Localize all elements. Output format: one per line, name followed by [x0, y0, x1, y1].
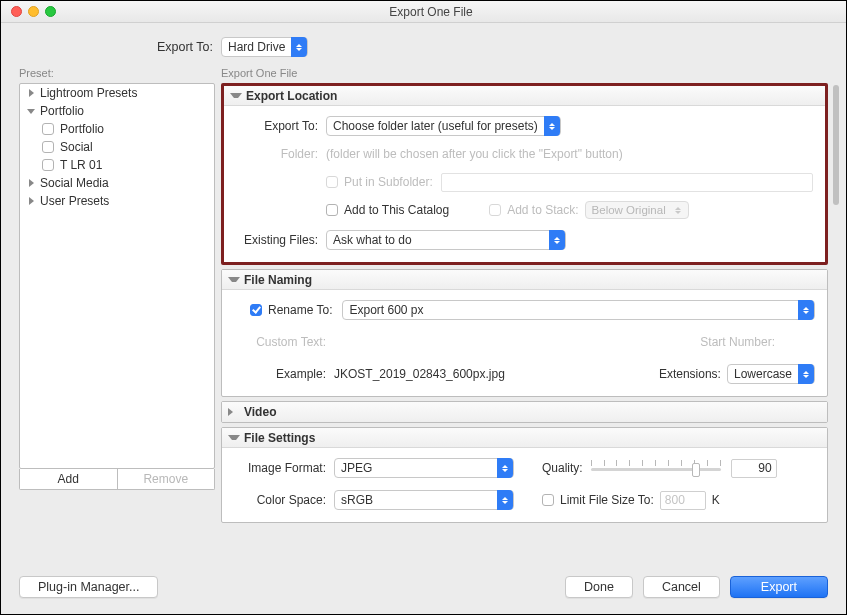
limit-size-unit: K — [712, 493, 720, 507]
existing-label: Existing Files: — [236, 233, 326, 247]
add-stack-label: Add to Stack: — [507, 203, 578, 217]
format-select[interactable]: JPEG — [334, 458, 514, 478]
loc-exportto-label: Export To: — [236, 119, 326, 133]
limit-size-input: 800 — [660, 491, 706, 510]
panel-header-filesettings[interactable]: File Settings — [222, 428, 827, 448]
existing-files-select[interactable]: Ask what to do — [326, 230, 566, 250]
disclosure-icon[interactable] — [228, 408, 240, 416]
add-preset-button[interactable]: Add — [20, 469, 118, 489]
format-label: Image Format: — [234, 461, 334, 475]
preset-item-social[interactable]: Social — [20, 138, 214, 156]
loc-folder-label: Folder: — [236, 147, 326, 161]
window-title: Export One File — [56, 5, 806, 19]
disclosure-icon[interactable] — [230, 93, 242, 98]
add-catalog-label: Add to This Catalog — [344, 203, 449, 217]
preset-group-lightroom[interactable]: Lightroom Presets — [20, 84, 214, 102]
close-icon[interactable] — [11, 6, 22, 17]
plugin-manager-button[interactable]: Plug-in Manager... — [19, 576, 158, 598]
colorspace-label: Color Space: — [234, 493, 334, 507]
limit-size-label: Limit File Size To: — [560, 493, 654, 507]
cancel-button[interactable]: Cancel — [643, 576, 720, 598]
loc-exportto-select[interactable]: Choose folder later (useful for presets) — [326, 116, 561, 136]
chevron-updown-icon — [497, 458, 513, 478]
subfolder-input — [441, 173, 813, 192]
chevron-updown-icon — [291, 37, 307, 57]
chevron-updown-icon — [549, 230, 565, 250]
disclosure-icon[interactable] — [26, 178, 36, 188]
subfolder-label: Put in Subfolder: — [344, 175, 433, 189]
zoom-icon[interactable] — [45, 6, 56, 17]
scrollbar[interactable] — [833, 85, 839, 205]
done-button[interactable]: Done — [565, 576, 633, 598]
disclosure-icon[interactable] — [228, 277, 240, 282]
disclosure-icon[interactable] — [228, 435, 240, 440]
chevron-updown-icon — [497, 490, 513, 510]
checkbox[interactable] — [42, 141, 54, 153]
export-dialog: Export One File Export To: Hard Drive Pr… — [0, 0, 847, 615]
example-label: Example: — [234, 367, 334, 381]
quality-slider[interactable] — [591, 460, 721, 476]
panel-header-video[interactable]: Video — [222, 402, 827, 422]
panel-export-location: Export Location Export To: Choose folder… — [221, 83, 828, 265]
rename-checkbox[interactable] — [250, 304, 262, 316]
chevron-updown-icon — [798, 364, 814, 384]
disclosure-icon[interactable] — [26, 106, 36, 116]
disclosure-icon[interactable] — [26, 88, 36, 98]
rename-label: Rename To: — [268, 303, 332, 317]
export-to-label: Export To: — [1, 40, 221, 54]
footer: Plug-in Manager... Done Cancel Export — [1, 564, 846, 614]
slider-thumb[interactable] — [692, 463, 700, 477]
checkbox[interactable] — [42, 123, 54, 135]
chevron-updown-icon — [544, 116, 560, 136]
export-button[interactable]: Export — [730, 576, 828, 598]
settings-column: Export One File Export Location Export T… — [215, 67, 842, 490]
panel-video: Video — [221, 401, 828, 423]
preset-column: Preset: Lightroom Presets Portfolio Port… — [5, 67, 215, 490]
subfolder-checkbox — [326, 176, 338, 188]
checkbox[interactable] — [42, 159, 54, 171]
quality-label: Quality: — [542, 461, 583, 475]
main-label: Export One File — [221, 67, 828, 79]
colorspace-select[interactable]: sRGB — [334, 490, 514, 510]
export-to-row: Export To: Hard Drive — [1, 23, 846, 67]
start-number-label: Start Number: — [700, 335, 775, 349]
preset-label: Preset: — [19, 67, 215, 79]
add-catalog-checkbox[interactable] — [326, 204, 338, 216]
quality-input[interactable]: 90 — [731, 459, 777, 478]
disclosure-icon[interactable] — [26, 196, 36, 206]
preset-group-socialmedia[interactable]: Social Media — [20, 174, 214, 192]
loc-folder-hint: (folder will be chosen after you click t… — [326, 147, 623, 161]
remove-preset-button: Remove — [118, 469, 215, 489]
panel-file-naming: File Naming Rename To: Export 600 px — [221, 269, 828, 397]
add-stack-checkbox — [489, 204, 501, 216]
panel-file-settings: File Settings Image Format: JPEG Quality… — [221, 427, 828, 523]
preset-group-user[interactable]: User Presets — [20, 192, 214, 210]
export-to-value: Hard Drive — [228, 40, 285, 54]
stack-position-select: Below Original — [585, 201, 689, 219]
example-value: JKOST_2019_02843_600px.jpg — [334, 367, 505, 381]
panel-header-naming[interactable]: File Naming — [222, 270, 827, 290]
export-to-select[interactable]: Hard Drive — [221, 37, 308, 57]
extensions-label: Extensions: — [659, 367, 721, 381]
preset-list[interactable]: Lightroom Presets Portfolio Portfolio So… — [19, 83, 215, 469]
traffic-lights — [1, 6, 56, 17]
extensions-select[interactable]: Lowercase — [727, 364, 815, 384]
custom-text-label: Custom Text: — [234, 335, 334, 349]
preset-item-portfolio[interactable]: Portfolio — [20, 120, 214, 138]
preset-group-portfolio[interactable]: Portfolio — [20, 102, 214, 120]
limit-size-checkbox[interactable] — [542, 494, 554, 506]
chevron-updown-icon — [798, 300, 814, 320]
panel-header-location[interactable]: Export Location — [224, 86, 825, 106]
preset-item-tlr01[interactable]: T LR 01 — [20, 156, 214, 174]
titlebar: Export One File — [1, 1, 846, 23]
preset-buttons: Add Remove — [19, 469, 215, 490]
rename-template-select[interactable]: Export 600 px — [342, 300, 815, 320]
minimize-icon[interactable] — [28, 6, 39, 17]
